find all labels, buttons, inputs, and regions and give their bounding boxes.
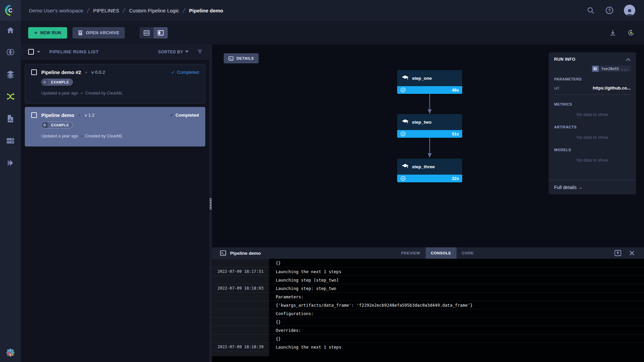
log-message: {'kwargs_artifacts/data_frame': 'f2292e2… — [269, 303, 473, 308]
full-details-link[interactable]: Full details → — [549, 180, 636, 194]
example-tag[interactable]: EXAMPLE — [41, 122, 73, 128]
log-message: {} — [269, 319, 281, 324]
graph-node-step-three[interactable]: step_three 22s — [397, 159, 462, 182]
parameter-value[interactable]: https://github.co... — [593, 85, 631, 90]
help-button[interactable]: ? — [605, 6, 614, 15]
sidebar-item-expand[interactable] — [6, 158, 15, 168]
details-button[interactable]: DETAILS — [224, 53, 259, 63]
search-icon — [587, 7, 594, 14]
breadcrumb-project[interactable]: Custom Pipeline Logic — [129, 8, 179, 13]
tab-preview[interactable]: PREVIEW — [396, 247, 426, 259]
completed-check-icon — [400, 131, 406, 136]
tag-gear-icon — [42, 79, 48, 85]
home-icon — [6, 26, 14, 34]
log-timestamp — [212, 276, 269, 284]
pipeline-graph-canvas[interactable]: DETAILS step_one — [212, 45, 644, 247]
console-title: Pipeline demo — [230, 251, 261, 256]
refresh-pause-icon — [627, 29, 635, 37]
select-all-checkbox[interactable] — [28, 49, 34, 55]
run-id-badge[interactable]: ID fee28e55 ... — [592, 66, 631, 72]
run-id-value: fee28e55 ... — [599, 67, 631, 71]
breadcrumb-pipelines[interactable]: PIPELINES — [93, 8, 119, 13]
download-button[interactable] — [608, 28, 617, 37]
log-gutter-stub — [212, 351, 269, 356]
panel-resize-handle[interactable] — [209, 45, 212, 362]
auto-refresh-button[interactable] — [627, 28, 635, 37]
run-checkbox[interactable] — [31, 69, 37, 75]
breadcrumb-separator: / — [122, 7, 126, 14]
node-duration: 22s — [452, 176, 459, 181]
log-timestamp: 2022-07-09 18:18:03 — [212, 284, 269, 292]
search-button[interactable] — [586, 6, 595, 15]
new-run-button[interactable]: + NEW RUN — [28, 27, 67, 39]
tab-code[interactable]: CODE — [457, 247, 479, 259]
details-label: DETAILS — [236, 56, 254, 60]
example-tag[interactable]: EXAMPLE — [41, 79, 73, 85]
run-card-pipeline-demo-2[interactable]: Pipeline demo #2 • v 0.0.2 ✓ Completed — [25, 64, 205, 104]
dot-separator: • — [78, 112, 80, 118]
breadcrumb-current: Pipeline demo — [189, 8, 223, 13]
log-row: 2022-07-09 18:18:39Launching the next 1 … — [212, 343, 644, 351]
log-row: Parameters: — [212, 292, 644, 301]
terminal-icon — [228, 56, 233, 61]
pipeline-runs-panel: PIPELINE RUNS LIST SORTED BY Pipeli — [21, 45, 209, 362]
log-message: {} — [269, 336, 281, 341]
runs-cards-list: Pipeline demo #2 • v 0.0.2 ✓ Completed — [21, 59, 209, 151]
log-message: Launching step: step_two — [269, 286, 336, 291]
double-chevron-right-icon — [6, 159, 14, 167]
parameters-section-label: PARAMETERS — [554, 77, 631, 81]
collapse-caret-icon[interactable] — [626, 58, 631, 61]
console-log[interactable]: {} 2022-07-09 18:17:51Launching the next… — [212, 259, 644, 362]
runs-list-header: PIPELINE RUNS LIST SORTED BY — [21, 45, 209, 59]
run-created-by: Created by ClearML — [85, 91, 123, 96]
run-status-badge: ✓ Completed — [170, 113, 199, 118]
log-timestamp — [212, 259, 269, 267]
sorted-by-button[interactable]: SORTED BY — [158, 50, 189, 54]
clearml-logo-icon: C — [4, 4, 17, 17]
filter-icon[interactable] — [197, 49, 203, 54]
close-icon[interactable] — [629, 250, 635, 256]
tab-console[interactable]: CONSOLE — [426, 247, 457, 259]
svg-text:C: C — [8, 7, 12, 14]
topbar-actions: ? — [586, 5, 635, 16]
divider — [554, 95, 631, 95]
graph-node-step-one[interactable]: step_one 48s — [397, 70, 462, 94]
sidebar-item-workers-queues[interactable] — [6, 136, 15, 145]
run-checkbox[interactable] — [31, 112, 37, 118]
sidebar-item-reports[interactable] — [6, 114, 15, 123]
breadcrumb-workspace[interactable]: Demo User's workspace — [29, 8, 83, 13]
sidebar-item-home[interactable] — [6, 25, 15, 35]
sidebar-item-projects[interactable] — [6, 48, 15, 57]
run-version: v 1.2 — [85, 113, 95, 118]
sidebar-item-pipelines[interactable] — [6, 92, 15, 101]
clearml-logo[interactable]: C — [0, 0, 21, 21]
help-icon: ? — [606, 7, 613, 14]
open-archive-label: OPEN ARCHIVE — [86, 31, 119, 35]
open-in-window-icon[interactable] — [614, 250, 621, 256]
run-name: Pipeline demo — [41, 113, 74, 118]
user-avatar[interactable] — [624, 5, 635, 16]
table-view-toggle[interactable] — [140, 27, 154, 39]
open-archive-button[interactable]: OPEN ARCHIVE — [72, 27, 125, 39]
console-header: Pipeline demo PREVIEW CONSOLE CODE — [212, 247, 644, 259]
edge-step-one-to-step-two — [427, 94, 432, 114]
split-view-toggle[interactable] — [154, 27, 168, 39]
run-status-label: Completed — [177, 70, 199, 75]
check-icon: ✓ — [171, 70, 175, 75]
step-icon — [402, 164, 409, 169]
log-row: Overrides: — [212, 326, 644, 334]
sidebar-item-slack[interactable] — [6, 348, 15, 357]
select-menu-caret-icon[interactable] — [37, 51, 41, 53]
log-row: {} — [212, 317, 644, 326]
dot-separator: • — [81, 90, 83, 96]
console-tabs: PREVIEW CONSOLE CODE — [396, 247, 479, 259]
sidebar-item-datasets[interactable] — [6, 70, 15, 79]
run-card-pipeline-demo[interactable]: Pipeline demo • v 1.2 ✓ Completed — [25, 107, 205, 146]
download-icon — [609, 29, 616, 36]
graph-node-step-two[interactable]: step_two 51s — [397, 114, 462, 138]
artifacts-section-label: ARTIFACTS — [554, 125, 631, 129]
layers-icon — [6, 70, 15, 79]
step-icon — [402, 75, 409, 81]
completed-check-icon — [400, 87, 406, 93]
app-root: C — [0, 0, 644, 362]
